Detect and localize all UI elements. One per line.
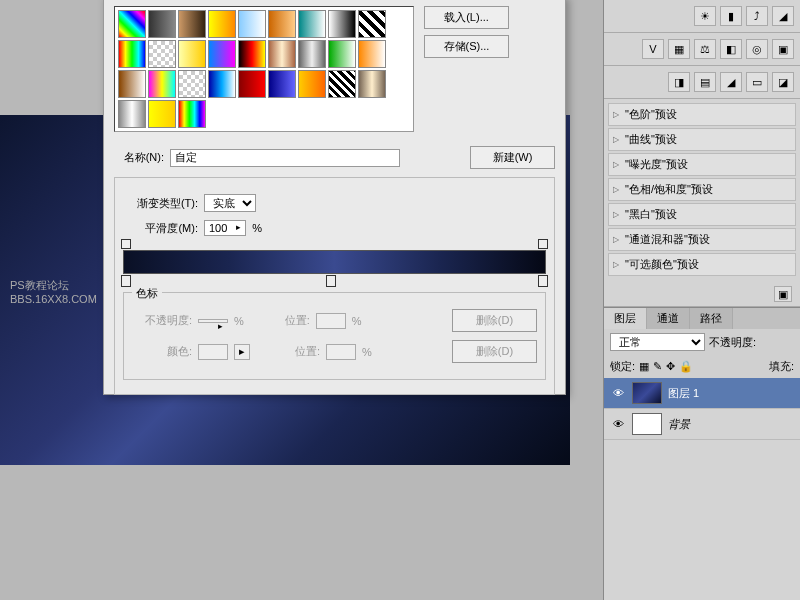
stop-color-swatch	[198, 344, 228, 360]
gradient-swatch[interactable]	[118, 100, 146, 128]
gradient-swatch[interactable]	[178, 40, 206, 68]
gradient-swatch[interactable]	[148, 70, 176, 98]
preset-item[interactable]: "曲线"预设	[608, 128, 796, 151]
threshold-icon[interactable]: ◢	[720, 72, 742, 92]
levels-icon[interactable]: ▮	[720, 6, 742, 26]
preset-item[interactable]: "色阶"预设	[608, 103, 796, 126]
color-stop-left[interactable]	[121, 275, 131, 287]
gradient-swatch[interactable]	[178, 70, 206, 98]
folder-icon[interactable]: ▣	[774, 286, 792, 302]
preset-item[interactable]: "色相/饱和度"预设	[608, 178, 796, 201]
gradient-swatch[interactable]	[118, 10, 146, 38]
layer-row-background[interactable]: 👁 背景	[604, 409, 800, 440]
gradient-type-select[interactable]: 实底	[204, 194, 256, 212]
preset-item[interactable]: "曝光度"预设	[608, 153, 796, 176]
gradient-map-icon[interactable]: ▭	[746, 72, 768, 92]
delete-color-button: 删除(D)	[452, 340, 537, 363]
gradient-swatch[interactable]	[238, 70, 266, 98]
gradient-swatch[interactable]	[148, 10, 176, 38]
mixer-icon[interactable]: ▣	[772, 39, 794, 59]
color-stop-right[interactable]	[538, 275, 548, 287]
stop-opacity-input	[198, 319, 228, 323]
lock-move-icon[interactable]: ✥	[666, 360, 675, 373]
gradient-swatch[interactable]	[328, 10, 356, 38]
layer-thumbnail[interactable]	[632, 382, 662, 404]
gradient-swatch[interactable]	[118, 40, 146, 68]
gradient-swatch[interactable]	[208, 70, 236, 98]
posterize-icon[interactable]: ▤	[694, 72, 716, 92]
gradient-swatch[interactable]	[238, 10, 266, 38]
new-button[interactable]: 新建(W)	[470, 146, 555, 169]
visibility-toggle-icon[interactable]: 👁	[610, 418, 626, 430]
preset-item[interactable]: "通道混和器"预设	[608, 228, 796, 251]
visibility-toggle-icon[interactable]: 👁	[610, 387, 626, 399]
gradient-swatch[interactable]	[208, 40, 236, 68]
adjustment-presets-list: "色阶"预设"曲线"预设"曝光度"预设"色相/饱和度"预设"黑白"预设"通道混和…	[604, 99, 800, 282]
gradient-swatch[interactable]	[148, 40, 176, 68]
gradient-swatch[interactable]	[268, 40, 296, 68]
smoothness-label: 平滑度(M):	[123, 221, 198, 236]
gradient-swatch[interactable]	[328, 40, 356, 68]
smoothness-input[interactable]: 100	[204, 220, 246, 236]
name-label: 名称(N):	[114, 150, 164, 165]
tab-channels[interactable]: 通道	[647, 308, 690, 329]
gradient-bar[interactable]	[123, 250, 546, 274]
preset-item[interactable]: "黑白"预设	[608, 203, 796, 226]
balance-icon[interactable]: ⚖	[694, 39, 716, 59]
layer-row-1[interactable]: 👁 图层 1	[604, 378, 800, 409]
tab-paths[interactable]: 路径	[690, 308, 733, 329]
opacity-stop-left[interactable]	[121, 239, 131, 249]
panels-dock: ☀ ▮ ⤴ ◢ V ▦ ⚖ ◧ ◎ ▣ ◨ ▤ ◢ ▭ ◪ "色阶"预设"曲线"…	[603, 0, 800, 600]
opacity-stop-right[interactable]	[538, 239, 548, 249]
gradient-swatch[interactable]	[238, 40, 266, 68]
gradient-presets-grid[interactable]	[114, 6, 414, 132]
gradient-swatch[interactable]	[148, 100, 176, 128]
lock-brush-icon[interactable]: ✎	[653, 360, 662, 373]
gradient-swatch[interactable]	[358, 70, 386, 98]
gradient-swatch[interactable]	[298, 70, 326, 98]
exposure-icon[interactable]: ◢	[772, 6, 794, 26]
stop-position-input	[316, 313, 346, 329]
brightness-icon[interactable]: ☀	[694, 6, 716, 26]
layer-thumbnail[interactable]	[632, 413, 662, 435]
gradient-swatch[interactable]	[358, 40, 386, 68]
hue-icon[interactable]: ▦	[668, 39, 690, 59]
color-position-input	[326, 344, 356, 360]
gradient-swatch[interactable]	[298, 40, 326, 68]
lock-transparency-icon[interactable]: ▦	[639, 360, 649, 373]
color-stop-mid[interactable]	[326, 275, 336, 287]
preset-item[interactable]: "可选颜色"预设	[608, 253, 796, 276]
bw-icon[interactable]: ◧	[720, 39, 742, 59]
gradient-swatch[interactable]	[268, 10, 296, 38]
load-button[interactable]: 载入(L)...	[424, 6, 509, 29]
gradient-swatch[interactable]	[298, 10, 326, 38]
gradient-name-input[interactable]	[170, 149, 400, 167]
gradient-editor-dialog: 载入(L)... 存储(S)... 名称(N): 新建(W) 渐变类型(T): …	[103, 0, 566, 395]
color-picker-button: ▸	[234, 344, 250, 360]
invert-icon[interactable]: ◨	[668, 72, 690, 92]
lock-all-icon[interactable]: 🔒	[679, 360, 693, 373]
tab-layers[interactable]: 图层	[604, 308, 647, 329]
save-button[interactable]: 存储(S)...	[424, 35, 509, 58]
gradient-swatch[interactable]	[118, 70, 146, 98]
gradient-swatch[interactable]	[208, 10, 236, 38]
vibrance-icon[interactable]: V	[642, 39, 664, 59]
selective-icon[interactable]: ◪	[772, 72, 794, 92]
delete-stop-button: 删除(D)	[452, 309, 537, 332]
gradient-swatch[interactable]	[178, 10, 206, 38]
stops-legend: 色标	[132, 286, 162, 301]
gradient-swatch[interactable]	[328, 70, 356, 98]
gradient-swatch[interactable]	[358, 10, 386, 38]
watermark: PS教程论坛 BBS.16XX8.COM	[10, 278, 97, 307]
curves-icon[interactable]: ⤴	[746, 6, 768, 26]
photo-filter-icon[interactable]: ◎	[746, 39, 768, 59]
gradient-type-label: 渐变类型(T):	[123, 196, 198, 211]
gradient-swatch[interactable]	[268, 70, 296, 98]
gradient-swatch[interactable]	[178, 100, 206, 128]
blend-mode-select[interactable]: 正常	[610, 333, 705, 351]
